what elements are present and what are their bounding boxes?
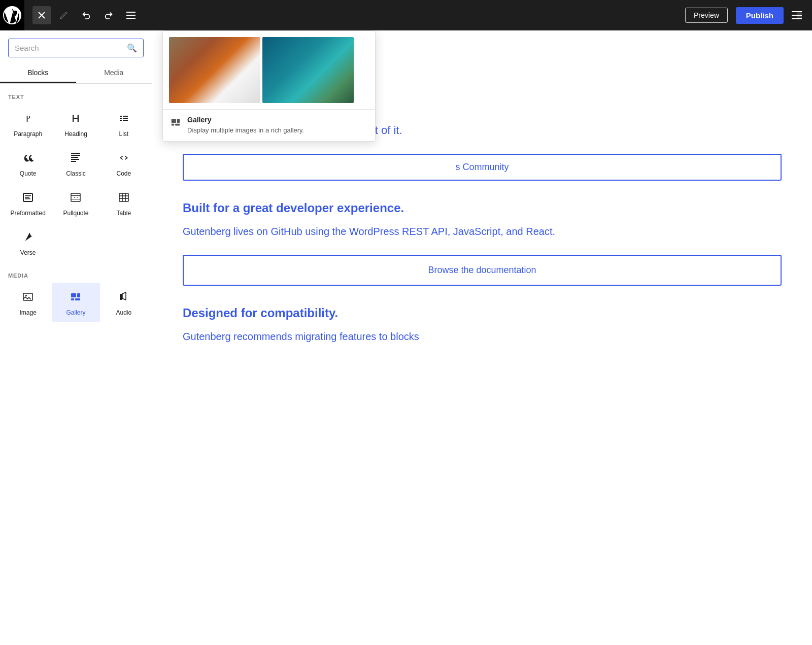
category-media-label: MEDIA — [0, 262, 152, 283]
gallery-popup-title: Gallery — [187, 116, 304, 124]
code-label: Code — [116, 170, 131, 177]
gallery-label: Gallery — [66, 309, 85, 316]
heading-icon — [70, 112, 82, 126]
svg-rect-16 — [71, 193, 80, 201]
verse-icon — [22, 231, 34, 245]
svg-rect-11 — [71, 153, 80, 154]
svg-rect-13 — [25, 195, 31, 196]
close-button[interactable] — [32, 6, 51, 24]
list-view-button[interactable] — [122, 6, 140, 24]
block-list[interactable]: List — [100, 104, 148, 144]
tab-blocks[interactable]: Blocks — [0, 63, 76, 83]
wp-logo — [0, 0, 24, 30]
developer-body: Gutenberg lives on GitHub using the Word… — [183, 223, 782, 240]
svg-rect-9 — [71, 159, 79, 160]
svg-point-25 — [25, 295, 27, 296]
gallery-popup-description: Display multiple images in a rich galler… — [187, 126, 304, 135]
paragraph-icon — [22, 112, 34, 126]
search-icon: 🔍 — [127, 43, 137, 53]
preformatted-label: Preformatted — [10, 210, 45, 217]
heading-label: Heading — [64, 130, 87, 138]
block-gallery[interactable]: Gallery — [52, 283, 99, 322]
quote-label: Quote — [20, 170, 37, 177]
block-heading[interactable]: Heading — [52, 104, 99, 144]
gallery-image-water — [262, 37, 354, 103]
svg-rect-17 — [71, 195, 80, 196]
svg-rect-30 — [120, 294, 122, 300]
compat-body: Gutenberg recommends migrating features … — [183, 328, 782, 345]
panel-tabs: Blocks Media — [0, 63, 152, 84]
table-label: Table — [116, 210, 131, 217]
svg-rect-7 — [71, 155, 80, 156]
block-quote[interactable]: Quote — [4, 144, 52, 183]
preview-button[interactable]: Preview — [685, 8, 728, 23]
svg-rect-6 — [797, 11, 802, 19]
publish-button[interactable]: Publish — [736, 7, 784, 24]
audio-icon — [118, 291, 130, 305]
svg-rect-32 — [177, 119, 180, 123]
undo-button[interactable] — [77, 6, 95, 24]
svg-rect-18 — [71, 199, 80, 199]
table-icon — [118, 191, 130, 206]
browse-documentation-button[interactable]: Browse the documentation — [183, 255, 782, 286]
gallery-popup-block-icon — [170, 117, 181, 130]
compat-heading: Designed for compatibility. — [183, 306, 782, 320]
block-preformatted[interactable]: Preformatted — [4, 183, 52, 223]
block-image[interactable]: Image — [4, 283, 52, 322]
search-container: 🔍 — [0, 30, 152, 57]
svg-rect-10 — [71, 161, 76, 162]
content-text: world who work daily, You can be a part … — [183, 122, 782, 345]
sidebar-toggle-button[interactable] — [788, 6, 806, 24]
gallery-popup-images — [163, 31, 375, 105]
audio-label: Audio — [116, 309, 131, 316]
svg-rect-27 — [77, 293, 80, 297]
category-text-label: TEXT — [0, 84, 152, 104]
join-community-button[interactable]: s Community — [183, 154, 782, 181]
gallery-popup-text: Gallery Display multiple images in a ric… — [187, 116, 304, 135]
svg-rect-0 — [126, 12, 136, 13]
classic-icon — [70, 152, 82, 166]
svg-rect-2 — [126, 18, 136, 19]
svg-rect-28 — [71, 298, 74, 300]
block-classic[interactable]: Classic — [52, 144, 99, 183]
svg-rect-1 — [126, 15, 136, 16]
pullquote-icon — [70, 191, 82, 206]
svg-rect-8 — [71, 157, 78, 158]
search-input[interactable] — [15, 44, 123, 52]
paragraph-label: Paragraph — [14, 130, 42, 138]
block-paragraph[interactable]: Paragraph — [4, 104, 52, 144]
svg-rect-31 — [172, 119, 176, 123]
gallery-popup: Gallery Display multiple images in a ric… — [162, 30, 376, 142]
block-verse[interactable]: Verse — [4, 223, 52, 262]
list-label: List — [119, 130, 128, 138]
left-panel: 🔍 Blocks Media TEXT Paragraph Heading — [0, 30, 152, 645]
image-label: Image — [19, 309, 36, 316]
svg-rect-33 — [172, 124, 175, 126]
block-audio[interactable]: Audio — [100, 283, 148, 322]
svg-rect-15 — [25, 198, 30, 199]
edit-button[interactable] — [55, 6, 73, 24]
svg-rect-26 — [71, 293, 76, 297]
topbar: Preview Publish — [0, 0, 812, 30]
preformatted-icon — [22, 191, 34, 206]
svg-rect-24 — [23, 293, 32, 300]
search-box: 🔍 — [8, 39, 144, 57]
block-pullquote[interactable]: Pullquote — [52, 183, 99, 223]
svg-rect-34 — [175, 124, 180, 126]
main-layout: 🔍 Blocks Media TEXT Paragraph Heading — [0, 30, 812, 645]
block-table[interactable]: Table — [100, 183, 148, 223]
svg-rect-19 — [119, 193, 128, 201]
text-blocks-grid: Paragraph Heading List Quote — [0, 104, 152, 262]
redo-button[interactable] — [99, 6, 118, 24]
developer-heading: Built for a great developer experience. — [183, 201, 782, 215]
svg-rect-29 — [75, 298, 80, 300]
block-code[interactable]: Code — [100, 144, 148, 183]
image-icon — [22, 291, 34, 305]
list-icon — [118, 112, 130, 126]
code-icon — [118, 152, 130, 166]
gallery-image-mountain — [169, 37, 260, 103]
classic-label: Classic — [66, 170, 86, 177]
gallery-popup-info: Gallery Display multiple images in a ric… — [163, 110, 375, 141]
tab-media[interactable]: Media — [76, 63, 152, 83]
verse-label: Verse — [20, 249, 36, 256]
